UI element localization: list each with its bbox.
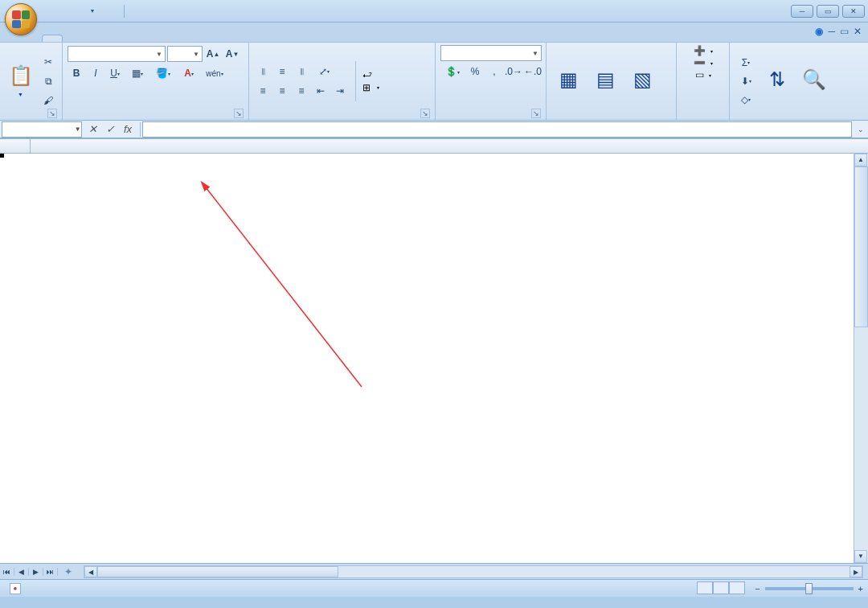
align-top-button[interactable]: ⫴ [254,63,272,80]
format-as-table-button[interactable]: ▤ [588,53,622,109]
cell-styles-button[interactable]: ▧ [625,53,659,109]
fill-button[interactable]: ⬇▾ [735,72,757,90]
doc-min-button[interactable]: ─ [828,26,835,37]
enter-formula-button[interactable]: ✓ [101,122,119,137]
indent-inc-button[interactable]: ⇥ [331,82,349,100]
dec-decimal-button[interactable]: ←.0 [524,63,542,80]
insert-sheet-button[interactable]: ✦ [58,565,79,578]
italic-button[interactable]: I [87,64,104,82]
find-select-button[interactable]: 🔍 [797,53,831,109]
zoom-in-button[interactable]: + [858,584,863,594]
formula-input[interactable] [142,121,852,138]
fx-button[interactable]: fx [119,122,137,137]
merge-center-button[interactable]: ⊞▾ [362,82,379,93]
clear-button[interactable]: ◇▾ [735,91,757,109]
cut-button[interactable]: ✂ [39,53,57,71]
border-button[interactable]: ▦▾ [125,64,149,82]
redo-button[interactable] [103,2,121,20]
align-left-button[interactable]: ≡ [254,82,272,100]
doc-close-button[interactable]: ✕ [854,26,862,37]
view-page-layout-button[interactable] [713,581,729,594]
horizontal-scrollbar[interactable]: ◀▶ [84,565,863,578]
tab-view[interactable] [159,35,178,42]
undo-dropdown[interactable]: ▼ [84,2,101,20]
sort-icon: ⇅ [769,68,785,91]
ribbon-tabs: ◉ ─ ▭ ✕ [0,23,868,42]
sheet-nav-next[interactable]: ▶ [29,568,43,576]
tab-formulas[interactable] [101,35,121,42]
grow-font-button[interactable]: A▲ [204,45,222,63]
sheet-nav-prev[interactable]: ◀ [14,568,29,576]
currency-button[interactable]: 💲▾ [440,63,465,80]
format-cells-button[interactable]: ▭▾ [695,69,711,80]
align-launcher[interactable]: ↘ [420,109,430,118]
tab-home[interactable] [42,35,63,42]
font-name-combo[interactable]: ▼ [68,46,166,62]
find-icon: 🔍 [802,68,826,91]
align-bottom-button[interactable]: ⫴ [293,63,310,80]
font-size-combo[interactable]: ▼ [167,46,203,62]
maximize-button[interactable]: ▭ [817,5,839,18]
fill-color-button[interactable]: 🪣▾ [151,64,175,82]
cancel-formula-button[interactable]: ✕ [84,122,101,137]
zoom-out-button[interactable]: − [755,584,760,594]
minimize-button[interactable]: ─ [791,5,813,18]
close-button[interactable]: ✕ [842,5,865,18]
tab-review[interactable] [140,35,159,42]
name-box[interactable]: ▼ [2,121,82,138]
percent-button[interactable]: % [466,63,484,80]
paste-button[interactable]: 📋 ▼ [5,53,36,109]
delete-cells-button[interactable]: ➖▾ [694,57,713,68]
quick-print-button[interactable] [128,2,145,20]
align-right-button[interactable]: ≡ [293,82,310,100]
vertical-scrollbar[interactable]: ▲ ▼ [854,154,868,563]
shrink-font-button[interactable]: A▼ [223,45,241,63]
qat-customize[interactable] [147,2,165,20]
expand-formula-bar[interactable]: ⌄ [854,125,868,134]
underline-button[interactable]: U▾ [106,64,124,82]
tab-developer[interactable] [178,35,198,42]
macro-record-indicator[interactable]: ● [10,583,21,594]
font-launcher[interactable]: ↘ [234,109,244,118]
cond-format-icon: ▦ [559,68,578,91]
sheet-nav-first[interactable]: ⏮ [0,568,14,576]
orientation-button[interactable]: ⤢▾ [312,63,336,80]
doc-restore-button[interactable]: ▭ [840,26,849,37]
undo-button[interactable] [64,2,82,20]
tab-page-layout[interactable] [82,35,101,42]
comma-button[interactable]: , [485,63,503,80]
svg-line-0 [206,187,362,387]
sort-filter-button[interactable]: ⇅ [760,53,794,109]
align-center-button[interactable]: ≡ [273,82,291,100]
save-button[interactable] [45,2,63,20]
format-icon: ▭ [695,69,704,80]
conditional-format-button[interactable]: ▦ [551,53,585,109]
zoom-slider[interactable] [765,587,854,590]
quick-access-toolbar: ▼ [45,2,165,20]
number-launcher[interactable]: ↘ [531,109,541,118]
wrap-text-button[interactable]: ⮐ [362,69,379,80]
clipboard-launcher[interactable]: ↘ [47,109,57,118]
indent-dec-button[interactable]: ⇤ [312,82,330,100]
bold-button[interactable]: B [68,64,85,82]
phonetic-button[interactable]: wén▾ [203,64,227,82]
autosum-button[interactable]: Σ▾ [735,54,757,72]
tab-insert[interactable] [63,35,82,42]
office-button[interactable] [5,3,37,35]
align-middle-button[interactable]: ≡ [273,63,291,80]
tab-data[interactable] [121,35,140,42]
copy-button[interactable]: ⧉ [39,72,57,90]
inc-decimal-button[interactable]: .0→ [505,63,522,80]
spreadsheet-grid[interactable]: ▲ ▼ [0,138,868,563]
fill-handle[interactable] [0,154,4,158]
font-color-button[interactable]: A▾ [177,64,201,82]
view-normal-button[interactable] [697,581,713,594]
number-format-combo[interactable]: ▼ [440,45,542,61]
select-all-corner[interactable] [0,139,31,153]
help-button[interactable]: ◉ [815,26,823,37]
sheet-nav-last[interactable]: ⏭ [43,568,58,576]
insert-cells-button[interactable]: ➕▾ [694,45,713,56]
view-page-break-button[interactable] [729,581,745,594]
ribbon: 📋 ▼ ✂ ⧉ 🖌 ↘ ▼ ▼ A▲ A▼ B I U▾ [0,42,868,121]
format-painter-button[interactable]: 🖌 [39,92,57,109]
